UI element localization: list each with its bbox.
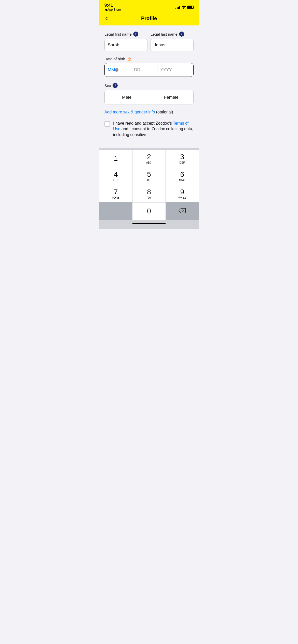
numpad-key-3[interactable]: 3 DEF [166, 150, 199, 167]
status-bar: 9:41 ◀ App Store [99, 0, 199, 13]
numpad-key-9[interactable]: 9 WXYZ [166, 185, 199, 202]
battery-icon [187, 6, 194, 9]
key-6-num: 6 [180, 171, 184, 179]
wifi-icon [182, 5, 186, 9]
key-5-letters: JKL [147, 179, 152, 182]
home-indicator [99, 220, 199, 229]
gender-link[interactable]: Add more sex & gender info [104, 110, 155, 114]
numpad: 1 2 ABC 3 DEF 4 GHI 5 JKL 6 MNO 7 PQRS 8 [99, 148, 199, 220]
terms-text: I have read and accept Zocdoc's Terms of… [113, 121, 194, 138]
first-name-input[interactable] [104, 39, 147, 51]
dob-mm-placeholder: MM [108, 67, 115, 72]
name-row: Legal first name ? Legal last name ? [104, 32, 194, 51]
dob-section: Date of birth 🎂 MM DD YYYY [104, 56, 194, 77]
first-name-label: Legal first name ? [104, 32, 147, 37]
key-2-num: 2 [147, 153, 151, 161]
gender-link-row: Add more sex & gender info (optional) [104, 110, 194, 114]
dob-yyyy-placeholder: YYYY [160, 67, 172, 72]
status-appstore: ◀ App Store [104, 8, 121, 11]
dob-emoji: 🎂 [127, 56, 132, 61]
key-7-letters: PQRS [112, 196, 119, 199]
signal-icon [175, 6, 180, 9]
delete-icon [179, 208, 186, 215]
dob-inputs: MM DD YYYY [104, 63, 194, 77]
last-name-help-icon[interactable]: ? [179, 32, 184, 37]
home-bar [132, 223, 166, 224]
key-4-num: 4 [114, 171, 118, 179]
last-name-group: Legal last name ? [151, 32, 194, 51]
sex-label: Sex ? [104, 83, 194, 88]
terms-text-2: and I consent to Zocdoc collecting data,… [113, 127, 193, 137]
numpad-key-0[interactable]: 0 [132, 202, 165, 220]
numpad-key-1[interactable]: 1 [99, 150, 132, 167]
key-3-letters: DEF [180, 161, 185, 164]
key-1-num: 1 [114, 155, 118, 163]
last-name-label: Legal last name ? [151, 32, 194, 37]
numpad-grid: 1 2 ABC 3 DEF 4 GHI 5 JKL 6 MNO 7 PQRS 8 [99, 150, 199, 220]
first-name-label-text: Legal first name [104, 32, 132, 36]
status-left: 9:41 ◀ App Store [104, 3, 121, 11]
numpad-key-8[interactable]: 8 TUV [132, 185, 165, 202]
terms-checkbox[interactable] [104, 121, 110, 127]
first-name-help-icon[interactable]: ? [133, 32, 138, 37]
appstore-label: App Store [107, 8, 121, 11]
back-arrow-small: ◀ [104, 8, 107, 11]
dob-dd-placeholder: DD [134, 67, 140, 72]
terms-text-1: I have read and accept Zocdoc's [113, 121, 173, 125]
form-content: Legal first name ? Legal last name ? Dat… [99, 25, 199, 148]
male-button[interactable]: Male [105, 90, 149, 105]
dob-label-text: Date of birth [104, 57, 125, 61]
sex-help-icon[interactable]: ? [113, 83, 118, 88]
nav-bar: < Profile [99, 13, 199, 25]
last-name-label-text: Legal last name [151, 32, 178, 36]
key-8-num: 8 [147, 188, 151, 196]
sex-label-text: Sex [104, 83, 111, 88]
status-time: 9:41 [104, 3, 121, 7]
female-button[interactable]: Female [149, 90, 194, 105]
terms-row: I have read and accept Zocdoc's Terms of… [104, 121, 194, 140]
numpad-key-empty [99, 202, 132, 220]
numpad-key-5[interactable]: 5 JKL [132, 167, 165, 185]
first-name-group: Legal first name ? [104, 32, 147, 51]
key-0-num: 0 [147, 207, 151, 215]
cursor-dot [115, 68, 118, 72]
status-icons [175, 5, 194, 9]
dob-yyyy-wrapper[interactable]: YYYY [157, 63, 193, 77]
last-name-input[interactable] [151, 39, 194, 51]
key-3-num: 3 [180, 153, 184, 161]
dob-label: Date of birth 🎂 [104, 56, 194, 61]
numpad-key-7[interactable]: 7 PQRS [99, 185, 132, 202]
sex-buttons: Male Female [104, 90, 194, 105]
sex-section: Sex ? Male Female [104, 83, 194, 105]
key-7-num: 7 [114, 188, 118, 196]
back-button[interactable]: < [104, 15, 108, 22]
numpad-key-2[interactable]: 2 ABC [132, 150, 165, 167]
numpad-key-4[interactable]: 4 GHI [99, 167, 132, 185]
numpad-delete-key[interactable] [166, 202, 199, 220]
key-5-num: 5 [147, 171, 151, 179]
key-9-num: 9 [180, 188, 184, 196]
key-9-letters: WXYZ [178, 196, 186, 199]
key-4-letters: GHI [113, 179, 118, 182]
dob-dd-wrapper[interactable]: DD [131, 63, 157, 77]
dob-mm-wrapper[interactable]: MM [105, 63, 131, 77]
key-8-letters: TUV [146, 196, 152, 199]
gender-optional: (optional) [155, 110, 173, 114]
key-6-letters: MNO [179, 179, 185, 182]
key-2-letters: ABC [146, 161, 152, 164]
numpad-key-6[interactable]: 6 MNO [166, 167, 199, 185]
page-title: Profile [141, 16, 157, 21]
